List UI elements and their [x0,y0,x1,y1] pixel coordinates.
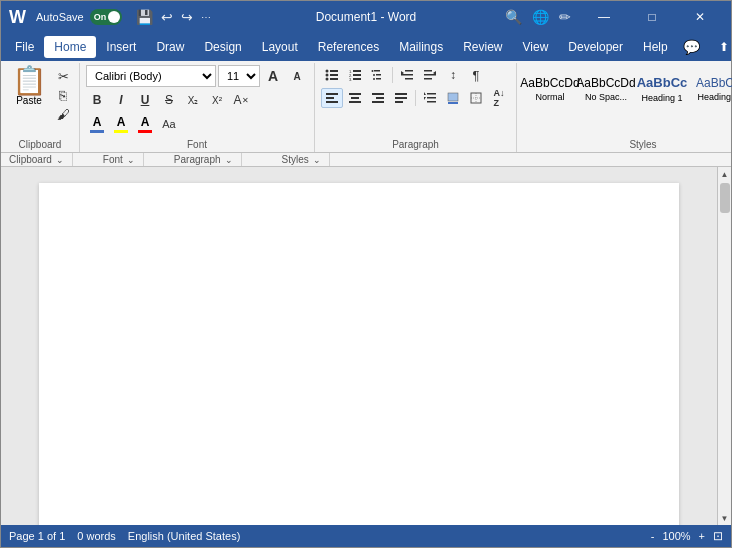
menu-item-home[interactable]: Home [44,36,96,58]
redo-icon[interactable]: ↪ [181,9,193,25]
menu-item-insert[interactable]: Insert [96,36,146,58]
share-icon[interactable]: ⬆ [710,33,732,61]
menu-item-file[interactable]: File [5,36,44,58]
word-logo: W [9,7,26,28]
paste-button[interactable]: 📋 Paste [7,65,51,108]
text-color-button[interactable]: A [134,113,156,135]
menu-item-draw[interactable]: Draw [146,36,194,58]
font-expand-icon[interactable]: ⌄ [127,155,135,165]
line-spacing-button[interactable] [419,88,441,108]
title-bar: W AutoSave On 💾 ↩ ↪ ⋯ Document1 - Word 🔍… [1,1,731,33]
clipboard-expand-icon[interactable]: ⌄ [56,155,64,165]
menu-item-developer[interactable]: Developer [558,36,633,58]
multilevel-icon [371,68,385,82]
bold-button[interactable]: B [86,90,108,110]
para-divider [392,67,393,83]
shading-button[interactable] [442,88,464,108]
page-info[interactable]: Page 1 of 1 [9,530,65,542]
multilevel-list-button[interactable] [367,65,389,85]
close-button[interactable]: ✕ [677,1,723,33]
app-window: W AutoSave On 💾 ↩ ↪ ⋯ Document1 - Word 🔍… [0,0,732,548]
zoom-level[interactable]: 100% [662,530,690,542]
language[interactable]: English (United States) [128,530,241,542]
svg-point-2 [326,74,329,77]
menu-item-design[interactable]: Design [194,36,251,58]
more-quick-access-icon[interactable]: ⋯ [201,12,211,23]
menu-item-layout[interactable]: Layout [252,36,308,58]
comments-icon[interactable]: 💬 [678,33,706,61]
font-format-buttons: B I U S X₂ X² A ✕ [86,90,252,110]
zoom-out-icon[interactable]: - [651,530,655,542]
scroll-thumb[interactable] [720,183,730,213]
svg-rect-35 [395,93,407,95]
italic-button[interactable]: I [110,90,132,110]
para-row-2: A↓Z [321,88,510,108]
undo-icon[interactable]: ↩ [161,9,173,25]
decrease-indent-button[interactable] [396,65,418,85]
save-icon[interactable]: 💾 [136,9,153,25]
increase-indent-button[interactable] [419,65,441,85]
cut-button[interactable]: ✂ [53,67,73,85]
align-left-button[interactable] [321,88,343,108]
scroll-up-button[interactable]: ▲ [718,167,732,181]
search-ribbon-icon[interactable]: 🔍 [505,9,522,25]
style-heading1-label: Heading 1 [641,93,682,103]
svg-rect-30 [351,97,359,99]
menu-item-view[interactable]: View [513,36,559,58]
style-heading2[interactable]: AaBbCc Heading 2 [691,65,732,113]
borders-button[interactable] [465,88,487,108]
clear-format-button[interactable]: A ✕ [230,90,252,110]
paragraph-expand-icon[interactable]: ⌄ [225,155,233,165]
zoom-in-icon[interactable]: + [699,530,705,542]
format-painter-button[interactable]: 🖌 [53,105,73,123]
increase-font-size-button[interactable]: A [262,66,284,86]
menu-item-references[interactable]: References [308,36,389,58]
decrease-font-size-button[interactable]: A [286,66,308,86]
maximize-button[interactable]: □ [629,1,675,33]
superscript-button[interactable]: X² [206,90,228,110]
svg-rect-27 [326,97,334,99]
clipboard-expand[interactable]: Clipboard ⌄ [1,153,73,166]
underline-button[interactable]: U [134,90,156,110]
style-normal[interactable]: AaBbCcDd Normal [523,65,577,113]
svg-marker-42 [424,97,426,100]
word-count[interactable]: 0 words [77,530,116,542]
style-no-spacing[interactable]: AaBbCcDd No Spac... [579,65,633,113]
minimize-button[interactable]: — [581,1,627,33]
font-color-icon: A [93,115,102,129]
case-button[interactable]: Aa [158,114,180,134]
subscript-button[interactable]: X₂ [182,90,204,110]
numbering-button[interactable]: 1.2.3. [344,65,366,85]
sort-button[interactable]: ↕ [442,65,464,85]
font-size-select[interactable]: 11 [218,65,260,87]
menu-item-help[interactable]: Help [633,36,678,58]
font-color-buttons: A A A Aa [86,113,180,135]
font-name-select[interactable]: Calibri (Body) [86,65,216,87]
az-sort-button[interactable]: A↓Z [488,88,510,108]
style-heading1[interactable]: AaBbCc Heading 1 [635,65,689,113]
globe-icon[interactable]: 🌐 [532,9,549,25]
autosave-toggle[interactable]: On [90,9,122,25]
menu-item-review[interactable]: Review [453,36,512,58]
font-expand[interactable]: Font ⌄ [73,153,144,166]
paragraph-expand[interactable]: Paragraph ⌄ [144,153,242,166]
font-color-button[interactable]: A [86,113,108,135]
svg-rect-29 [349,93,361,95]
pen-mode-icon[interactable]: ✏ [559,9,571,25]
show-marks-button[interactable]: ¶ [465,65,487,85]
justify-button[interactable] [390,88,412,108]
scroll-down-button[interactable]: ▼ [718,511,732,525]
align-center-button[interactable] [344,88,366,108]
document-page[interactable] [39,183,679,525]
document-scroll-area[interactable] [1,167,717,525]
align-right-button[interactable] [367,88,389,108]
copy-button[interactable]: ⎘ [53,86,73,104]
bullets-button[interactable] [321,65,343,85]
menu-item-mailings[interactable]: Mailings [389,36,453,58]
text-highlight-button[interactable]: A [110,113,132,135]
styles-expand-icon[interactable]: ⌄ [313,155,321,165]
strikethrough-button[interactable]: S [158,90,180,110]
styles-expand[interactable]: Styles ⌄ [242,153,330,166]
vertical-scrollbar[interactable]: ▲ ▼ [717,167,731,525]
fit-page-icon[interactable]: ⊡ [713,529,723,543]
